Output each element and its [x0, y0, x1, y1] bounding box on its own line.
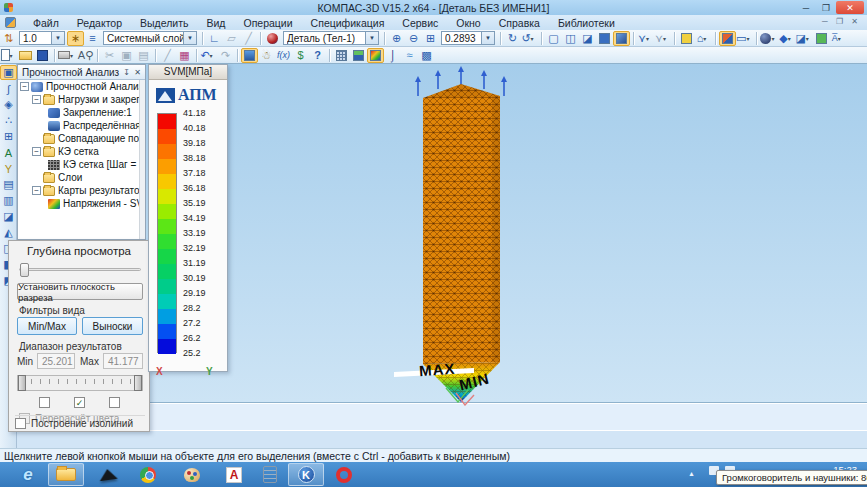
- undo-icon[interactable]: ↶▾: [200, 48, 217, 63]
- menu-specification[interactable]: Спецификация: [302, 17, 394, 29]
- copy-icon[interactable]: ▣: [118, 48, 135, 63]
- collapse-icon[interactable]: −: [20, 82, 29, 91]
- zoom-frame-icon[interactable]: ⊞: [422, 31, 439, 46]
- tree-item-fixture[interactable]: Закрепление:1: [18, 106, 145, 119]
- close-icon[interactable]: ✕: [132, 68, 143, 77]
- menu-file[interactable]: Файл: [24, 17, 68, 29]
- taskbar-calculator-icon[interactable]: [252, 463, 288, 486]
- menu-select[interactable]: Выделить: [131, 17, 197, 29]
- wireframe-view-icon[interactable]: ▢: [545, 31, 562, 46]
- auxiliary-geometry-icon[interactable]: ⊞: [0, 129, 17, 144]
- currency-icon[interactable]: $: [292, 48, 309, 63]
- measure3d-icon[interactable]: ◪: [0, 209, 17, 224]
- zoom-in-icon[interactable]: ⊕: [388, 31, 405, 46]
- min-value-field[interactable]: 25.201: [37, 353, 75, 369]
- open-icon[interactable]: [17, 48, 34, 63]
- cut-section-icon[interactable]: ◪▾: [795, 31, 812, 46]
- specification-icon[interactable]: ◭: [0, 225, 17, 240]
- home-view-icon[interactable]: ⌂▾: [695, 31, 712, 46]
- callouts-filter-button[interactable]: Выноски: [82, 317, 143, 335]
- tree-item-result-maps[interactable]: − Карты результатов: [18, 184, 145, 197]
- display-settings-icon[interactable]: ▭▾: [736, 31, 753, 46]
- window-manager-icon[interactable]: [241, 48, 258, 63]
- orientation-icon[interactable]: ⋎▾: [637, 31, 654, 46]
- slider-thumb[interactable]: [20, 263, 29, 277]
- menu-edit[interactable]: Редактор: [68, 17, 131, 29]
- sheet-icon[interactable]: ▤: [0, 177, 17, 192]
- shaded-edges-view-icon[interactable]: [613, 31, 630, 46]
- green-block-icon[interactable]: [813, 31, 830, 46]
- hidden-lines-view-icon[interactable]: ◫: [562, 31, 579, 46]
- variables-icon[interactable]: ☃: [258, 48, 275, 63]
- tree-item-coincident-surfaces[interactable]: Совпадающие поверх: [18, 132, 145, 145]
- range-slider[interactable]: [17, 375, 143, 391]
- taskbar-kompas-icon[interactable]: K: [288, 463, 324, 486]
- range-min-thumb[interactable]: [18, 375, 26, 391]
- dark-sphere-icon[interactable]: ▾: [760, 31, 778, 46]
- zoom-out-icon[interactable]: ⊖: [405, 31, 422, 46]
- tree-item-loads[interactable]: − Нагрузки и закреплени: [18, 93, 145, 106]
- option-checkbox-2[interactable]: ✓: [74, 397, 85, 408]
- measure-icon[interactable]: ╱: [240, 31, 257, 46]
- spline-icon[interactable]: ∫: [0, 81, 17, 96]
- menu-window[interactable]: Окно: [447, 17, 489, 29]
- save-icon[interactable]: [34, 48, 51, 63]
- option-checkbox-1[interactable]: [39, 397, 50, 408]
- tree-item-layers[interactable]: Слои: [18, 171, 145, 184]
- minimize-button[interactable]: ─: [796, 1, 816, 14]
- fx-icon[interactable]: f(x): [275, 48, 292, 63]
- collapse-icon[interactable]: −: [32, 147, 41, 156]
- part-combo[interactable]: Деталь (Тел-1)▼: [283, 31, 379, 45]
- taskbar-explorer-icon[interactable]: [48, 463, 84, 486]
- snap-toggle-icon[interactable]: ∗: [67, 31, 84, 46]
- tree-filter-icon[interactable]: Y: [0, 161, 17, 176]
- isolines-option[interactable]: Построение изолиний: [15, 418, 133, 429]
- set-cut-plane-button[interactable]: Установить плоскость разреза: [17, 283, 143, 300]
- taskbar-acrobat-icon[interactable]: A: [216, 463, 252, 486]
- context-help-icon[interactable]: ?: [309, 48, 326, 63]
- fea-model[interactable]: [388, 66, 538, 406]
- fem-map-icon[interactable]: ▩: [418, 48, 435, 63]
- tray-expand-icon[interactable]: ▲: [688, 470, 695, 477]
- menu-libraries[interactable]: Библиотеки: [549, 17, 624, 29]
- filter-objects-icon[interactable]: ▱: [223, 31, 240, 46]
- close-button[interactable]: ✕: [836, 1, 864, 14]
- chevron-down-icon[interactable]: ▼: [51, 32, 64, 44]
- collapse-icon[interactable]: −: [32, 95, 41, 104]
- annotation-icon[interactable]: A: [0, 145, 17, 160]
- taskbar-chrome-icon[interactable]: [130, 463, 166, 486]
- copy-properties-icon[interactable]: ╱: [159, 48, 176, 63]
- mdi-window-controls[interactable]: ─ ❐ ✕: [822, 17, 861, 26]
- fem-beam-icon[interactable]: ⌡: [384, 48, 401, 63]
- collapse-icon[interactable]: −: [32, 186, 41, 195]
- array-icon[interactable]: ∴: [0, 113, 17, 128]
- projection-icon[interactable]: ⋎▾: [654, 31, 671, 46]
- paste-icon[interactable]: ▤: [135, 48, 152, 63]
- scale-combo[interactable]: 1.0▼: [19, 31, 65, 45]
- zoom-combo[interactable]: 0.2893▼: [441, 31, 495, 45]
- max-value-field[interactable]: 41.177: [103, 353, 143, 369]
- minmax-filter-button[interactable]: Min/Max: [17, 317, 77, 335]
- taskbar-graphite-icon[interactable]: [90, 463, 126, 486]
- chevron-down-icon[interactable]: ▼: [481, 32, 494, 44]
- tree-item-distributed-force[interactable]: Распределённая си: [18, 119, 145, 132]
- fem-loads-icon[interactable]: [350, 48, 367, 63]
- dimension-style-icon[interactable]: A̅▾: [830, 31, 847, 46]
- surface-icon[interactable]: ◈: [0, 97, 17, 112]
- fem-results-icon[interactable]: [367, 48, 384, 63]
- menu-view[interactable]: Вид: [197, 17, 234, 29]
- tree-item-fe-mesh[interactable]: КЭ сетка [Шаг = 8; К: [18, 158, 145, 171]
- fem-wave-icon[interactable]: ≈: [401, 48, 418, 63]
- isolines-checkbox[interactable]: [15, 418, 26, 429]
- report-icon[interactable]: ▥: [0, 193, 17, 208]
- taskbar-paint-icon[interactable]: [174, 463, 210, 486]
- tree-item-fe-mesh-group[interactable]: − КЭ сетка: [18, 145, 145, 158]
- redo-icon[interactable]: ↷: [217, 48, 234, 63]
- new-document-icon[interactable]: ▾: [0, 48, 17, 63]
- range-max-thumb[interactable]: [134, 375, 142, 391]
- option-checkbox-3[interactable]: [109, 397, 120, 408]
- print-icon[interactable]: ▾: [58, 48, 77, 63]
- restore-button[interactable]: ❐: [816, 1, 836, 14]
- current-scale-icon[interactable]: ⇅: [0, 31, 17, 46]
- depth-slider[interactable]: [19, 268, 141, 271]
